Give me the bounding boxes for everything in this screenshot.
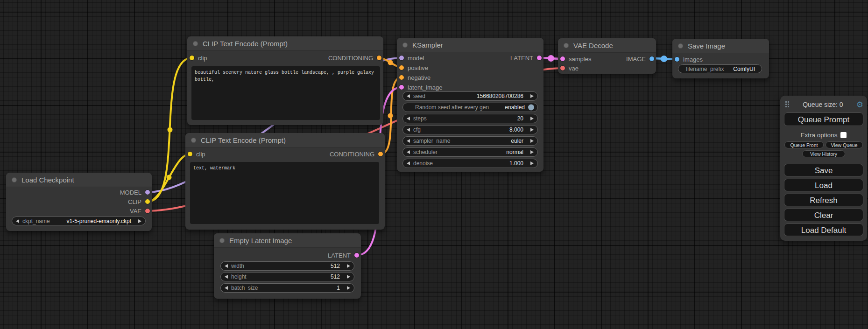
increment-icon[interactable]: [530, 117, 534, 120]
node-empty-latent-image[interactable]: Empty Latent Image LATENT width 512 heig…: [214, 233, 361, 299]
widget-ckpt-name[interactable]: ckpt_name v1-5-pruned-emaonly.ckpt: [12, 217, 146, 225]
input-port-icon[interactable]: [399, 56, 404, 60]
load-default-button[interactable]: Load Default: [784, 224, 863, 236]
output-clip[interactable]: CLIP: [128, 197, 150, 206]
clear-button[interactable]: Clear: [784, 209, 863, 221]
prev-option-icon[interactable]: [16, 219, 19, 223]
decrement-icon[interactable]: [407, 128, 410, 132]
output-conditioning[interactable]: CONDITIONING: [328, 53, 381, 63]
toggle-dot-icon[interactable]: [528, 105, 534, 111]
next-option-icon[interactable]: [530, 139, 534, 143]
next-option-icon[interactable]: [530, 150, 534, 154]
increment-icon[interactable]: [347, 275, 350, 279]
prompt-textarea[interactable]: beautiful scenery nature glass bottle la…: [191, 66, 380, 120]
decrement-icon[interactable]: [225, 286, 228, 290]
decrement-icon[interactable]: [407, 117, 410, 120]
queue-prompt-button[interactable]: Queue Prompt: [784, 112, 863, 126]
node-save-image[interactable]: Save Image images filename_prefix ComfyU…: [672, 39, 769, 78]
node-clip-text-encode-negative[interactable]: CLIP Text Encode (Prompt) clip CONDITION…: [185, 133, 385, 230]
prev-option-icon[interactable]: [407, 150, 410, 154]
input-port-icon[interactable]: [188, 152, 192, 156]
input-port-icon[interactable]: [399, 85, 404, 90]
decrement-icon[interactable]: [225, 264, 228, 268]
queue-front-button[interactable]: Queue Front: [784, 141, 824, 148]
node-graph-canvas[interactable]: CLIP Text Encode (Prompt) clip CONDITION…: [0, 0, 868, 329]
collapse-dot-icon[interactable]: [193, 41, 198, 46]
node-title-bar[interactable]: Empty Latent Image: [214, 233, 361, 248]
output-port-icon[interactable]: [145, 209, 150, 213]
input-latent-image[interactable]: latent_image: [399, 83, 442, 92]
input-samples[interactable]: samples: [560, 54, 591, 63]
output-port-icon[interactable]: [537, 56, 542, 60]
increment-icon[interactable]: [347, 286, 350, 290]
load-button[interactable]: Load: [784, 179, 863, 191]
collapse-dot-icon[interactable]: [219, 238, 225, 243]
input-port-icon[interactable]: [190, 56, 194, 60]
collapse-dot-icon[interactable]: [402, 42, 408, 48]
prompt-textarea[interactable]: text, watermark: [190, 162, 379, 224]
collapse-dot-icon[interactable]: [564, 43, 569, 48]
input-port-icon[interactable]: [399, 65, 404, 70]
decrement-icon[interactable]: [225, 275, 228, 279]
widget-random-seed-toggle[interactable]: Random seed after every gen enabled: [402, 103, 538, 112]
node-title-bar[interactable]: KSampler: [397, 38, 543, 52]
input-model[interactable]: model: [399, 53, 424, 63]
input-vae[interactable]: vae: [560, 63, 579, 73]
increment-icon[interactable]: [530, 128, 534, 132]
widget-scheduler[interactable]: scheduler normal: [402, 147, 538, 157]
input-clip[interactable]: clip: [188, 149, 205, 159]
refresh-button[interactable]: Refresh: [784, 194, 863, 206]
output-port-icon[interactable]: [354, 253, 359, 258]
collapse-dot-icon[interactable]: [191, 138, 196, 143]
node-title-bar[interactable]: CLIP Text Encode (Prompt): [185, 133, 385, 147]
input-positive[interactable]: positive: [399, 63, 428, 72]
widget-batch-size[interactable]: batch_size 1: [220, 283, 354, 293]
widget-cfg[interactable]: cfg 8.000: [402, 125, 538, 134]
output-port-icon[interactable]: [649, 56, 654, 61]
save-button[interactable]: Save: [784, 164, 863, 176]
input-images[interactable]: images: [675, 55, 703, 64]
increment-icon[interactable]: [530, 161, 534, 165]
output-port-icon[interactable]: [377, 56, 381, 60]
input-port-icon[interactable]: [675, 57, 679, 62]
widget-width[interactable]: width 512: [220, 261, 354, 271]
widget-filename-prefix[interactable]: filename_prefix ComfyUI: [678, 64, 762, 73]
widget-height[interactable]: height 512: [220, 272, 354, 281]
next-option-icon[interactable]: [138, 219, 141, 223]
output-port-icon[interactable]: [145, 190, 150, 195]
node-title-bar[interactable]: Save Image: [672, 39, 769, 53]
collapse-dot-icon[interactable]: [678, 43, 683, 49]
increment-icon[interactable]: [347, 264, 350, 268]
node-title-bar[interactable]: CLIP Text Encode (Prompt): [187, 36, 383, 51]
comfy-menu-panel[interactable]: Queue size: 0 ⚙ Queue Prompt Extra optio…: [780, 96, 867, 241]
settings-gear-icon[interactable]: ⚙: [856, 101, 863, 109]
node-title-bar[interactable]: Load Checkpoint: [6, 173, 152, 187]
output-model[interactable]: MODEL: [120, 188, 150, 197]
widget-seed[interactable]: seed 156680208700286: [402, 91, 538, 101]
decrement-icon[interactable]: [407, 161, 410, 165]
node-title-bar[interactable]: VAE Decode: [558, 38, 656, 53]
output-port-icon[interactable]: [145, 199, 150, 204]
widget-steps[interactable]: steps 20: [402, 114, 538, 123]
output-port-icon[interactable]: [378, 152, 383, 156]
decrement-icon[interactable]: [407, 94, 410, 98]
input-port-icon[interactable]: [399, 75, 404, 80]
input-negative[interactable]: negative: [399, 73, 430, 82]
widget-sampler-name[interactable]: sampler_name euler: [402, 136, 538, 146]
node-clip-text-encode-positive[interactable]: CLIP Text Encode (Prompt) clip CONDITION…: [187, 36, 383, 125]
view-queue-button[interactable]: View Queue: [826, 141, 863, 148]
extra-options-checkbox[interactable]: [840, 132, 847, 138]
input-port-icon[interactable]: [560, 56, 565, 61]
input-clip[interactable]: clip: [190, 53, 207, 63]
output-image[interactable]: IMAGE: [626, 54, 654, 63]
node-load-checkpoint[interactable]: Load Checkpoint MODEL CLIP VAE ckpt_name…: [6, 173, 152, 231]
output-conditioning[interactable]: CONDITIONING: [330, 149, 383, 159]
node-vae-decode[interactable]: VAE Decode samples vae IMAGE: [558, 38, 656, 74]
widget-denoise[interactable]: denoise 1.000: [402, 159, 538, 168]
view-history-button[interactable]: View History: [802, 150, 845, 157]
increment-icon[interactable]: [530, 94, 534, 98]
prev-option-icon[interactable]: [407, 139, 410, 143]
input-port-icon[interactable]: [560, 66, 565, 70]
collapse-dot-icon[interactable]: [12, 177, 17, 182]
output-latent[interactable]: LATENT: [328, 251, 359, 260]
